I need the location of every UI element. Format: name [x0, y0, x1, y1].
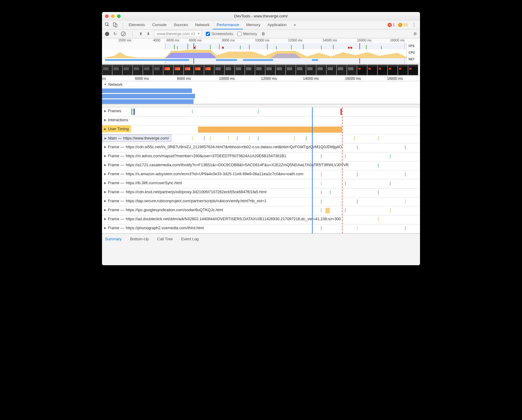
titlebar[interactable]: DevTools - www.theverge.com/ — [102, 12, 420, 20]
tab-summary[interactable]: Summary — [105, 237, 122, 241]
chevron-right-icon: ▶ — [104, 172, 106, 176]
settings-icon[interactable]: ⚙ — [413, 32, 417, 36]
network-header[interactable]: ▼Network — [102, 81, 420, 88]
track-frame[interactable]: ▶Frame — https://cdn.w55c.net/i/s_0RB7U9… — [102, 143, 420, 152]
screenshot-thumb[interactable] — [388, 64, 398, 75]
track-frame[interactable]: ▶Frame — https://tap-secure.rubiconproje… — [102, 197, 420, 206]
tab-memory[interactable]: Memory — [243, 20, 264, 29]
cpu-lane — [102, 49, 406, 58]
track-frames[interactable]: ▶Frames — [102, 107, 420, 116]
load-profile-icon[interactable]: ⬆ — [139, 32, 142, 36]
screenshot-thumb[interactable] — [163, 64, 173, 75]
tab-performance[interactable]: Performance — [213, 20, 242, 29]
screenshot-thumb[interactable] — [347, 64, 357, 75]
tab-more[interactable]: » — [290, 20, 299, 29]
record-button[interactable] — [105, 32, 109, 36]
screenshot-thumb[interactable] — [204, 64, 214, 75]
screenshot-thumb[interactable] — [235, 64, 245, 75]
screenshot-thumb[interactable] — [122, 64, 133, 75]
screenshots-checkbox[interactable]: Screenshots — [206, 32, 233, 36]
perf-toolbar: ↻ ⬆ ⬇ www.theverge.com #1 Screenshots Me… — [102, 29, 420, 38]
chevron-right-icon: ▶ — [104, 208, 106, 212]
window-title: DevTools - www.theverge.com/ — [234, 14, 288, 18]
close-icon[interactable] — [105, 14, 109, 18]
track-frame[interactable]: ▶Frame — https://m.adnxs.com/mapuid?memb… — [102, 152, 420, 161]
menu-icon[interactable]: ⋮ — [410, 22, 418, 28]
screenshot-thumb[interactable] — [306, 64, 316, 75]
frame-url: https://phonograph2.voxmedia.com/third.h… — [126, 226, 204, 230]
trash-icon[interactable]: 🗑 — [261, 32, 265, 36]
screenshot-thumb[interactable] — [255, 64, 265, 75]
chevron-right-icon: ▶ — [104, 226, 106, 230]
track-frame[interactable]: ▶Frame — https://phonograph2.voxmedia.co… — [102, 224, 420, 233]
network-bars[interactable] — [102, 88, 420, 104]
memory-checkbox[interactable]: Memory — [237, 32, 257, 36]
screenshot-thumb[interactable] — [214, 64, 224, 75]
tab-sources[interactable]: Sources — [170, 20, 192, 29]
screenshot-thumb[interactable] — [194, 64, 204, 75]
screenshot-thumb[interactable] — [153, 64, 163, 75]
panel-tabs: Elements Console Sources Network Perform… — [102, 20, 420, 29]
screenshot-thumb[interactable] — [286, 64, 296, 75]
screenshot-thumb[interactable] — [316, 64, 326, 75]
screenshot-thumb[interactable] — [275, 64, 286, 75]
frame-url: https://a1721.casalemedia.com/ifnotify?c… — [126, 163, 349, 167]
track-frame[interactable]: ▶Frame — https://s.amazon-adsystem.com/e… — [102, 170, 420, 179]
track-frame[interactable]: ▶Frame — https://ad.doubleclick.net/ddm/… — [102, 215, 420, 224]
frame-url: https://m.adnxs.com/mapuid?member=280&us… — [126, 154, 286, 158]
error-count[interactable]: ✕1 — [388, 22, 395, 27]
screenshot-thumb[interactable] — [367, 64, 377, 75]
track-frame[interactable]: ▶Frame — https://cdn.krxd.net/partnerjs/… — [102, 188, 420, 197]
playhead-line — [312, 107, 313, 233]
tab-network[interactable]: Network — [192, 20, 213, 29]
screenshot-thumb[interactable] — [245, 64, 255, 75]
main-ruler[interactable]: ns6000 ms8000 ms10000 ms12000 ms14000 ms… — [102, 76, 420, 81]
screenshot-thumb[interactable] — [357, 64, 367, 75]
screenshot-thumb[interactable] — [408, 64, 418, 75]
device-toggle-icon[interactable] — [112, 22, 118, 28]
track-user-timing[interactable]: ▶User Timing — [102, 125, 420, 134]
screenshot-thumb[interactable] — [112, 64, 122, 75]
tab-call-tree[interactable]: Call Tree — [157, 237, 173, 241]
splitter[interactable]: ⋯ — [102, 104, 420, 107]
screenshot-thumb[interactable] — [102, 64, 112, 75]
maximize-icon[interactable] — [117, 14, 121, 18]
tab-event-log[interactable]: Event Log — [181, 237, 199, 241]
screenshot-thumb[interactable] — [265, 64, 275, 75]
inspect-icon[interactable] — [104, 22, 110, 28]
overview-pane[interactable]: 2000 ms 4000 6000 ms 6000 ms 8000 ms 100… — [102, 38, 420, 64]
screenshot-thumb[interactable] — [143, 64, 153, 75]
details-tabs: Summary Bottom-Up Call Tree Event Log — [102, 233, 420, 244]
save-profile-icon[interactable]: ⬇ — [147, 32, 150, 36]
screenshot-thumb[interactable] — [184, 64, 194, 75]
recording-selector[interactable]: www.theverge.com #1 — [154, 31, 202, 37]
frame-url: https://cdn.w55c.net/i/s_0RB7U9miZJ_2119… — [126, 145, 342, 149]
tab-bottom-up[interactable]: Bottom-Up — [130, 237, 149, 241]
tab-application[interactable]: Application — [264, 20, 290, 29]
screenshot-thumb[interactable] — [224, 64, 235, 75]
reload-button[interactable]: ↻ — [113, 32, 117, 36]
warning-icon: ! — [398, 23, 402, 27]
track-main[interactable]: ▶Main — https://www.theverge.com/ — [102, 134, 420, 143]
tab-console[interactable]: Console — [148, 20, 170, 29]
screenshot-thumb[interactable] — [173, 64, 184, 75]
frame-url: https://ad.doubleclick.net/ddm/adi/N3260… — [126, 217, 341, 221]
track-frame[interactable]: ▶Frame — https://ib.3lift.com/userSync.h… — [102, 179, 420, 188]
screenshot-thumb[interactable] — [326, 64, 337, 75]
track-frame[interactable]: ▶Frame — https://tpc.googlesyndication.c… — [102, 206, 420, 215]
track-interactions[interactable]: ▶Interactions — [102, 116, 420, 125]
screenshot-thumb[interactable] — [133, 64, 143, 75]
flame-chart[interactable]: ▶Frames ▶Interactions ▶User Timing ▶Main… — [102, 107, 420, 233]
clear-button[interactable] — [121, 32, 126, 36]
tab-elements[interactable]: Elements — [125, 20, 148, 29]
filmstrip[interactable] — [102, 64, 420, 76]
screenshot-thumb[interactable] — [337, 64, 347, 75]
screenshot-thumb[interactable] — [377, 64, 388, 75]
minimize-icon[interactable] — [111, 14, 115, 18]
screenshot-thumb[interactable] — [398, 64, 408, 75]
track-frame[interactable]: ▶Frame — https://a1721.casalemedia.com/i… — [102, 161, 420, 170]
chevron-right-icon: ▶ — [104, 109, 106, 112]
overview-labels: FPS CPU NET — [406, 43, 420, 63]
screenshot-thumb[interactable] — [296, 64, 306, 75]
warning-count[interactable]: !13 — [398, 22, 407, 27]
